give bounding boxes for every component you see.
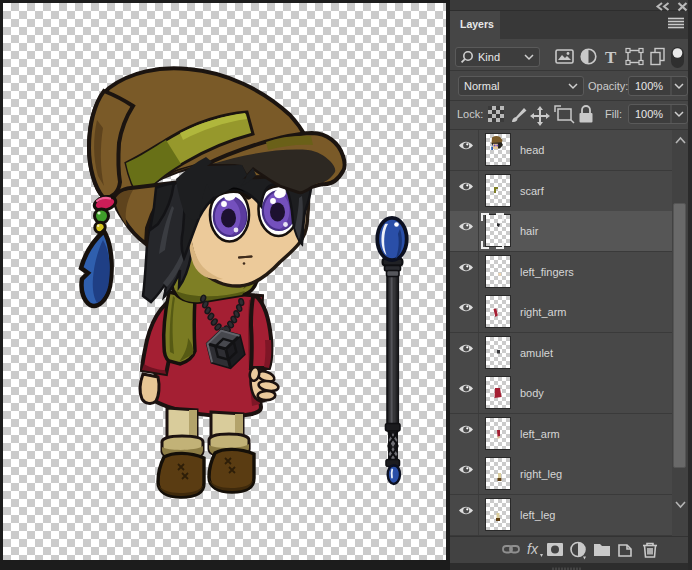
svg-text:Normal: Normal	[464, 80, 499, 92]
svg-text:100%: 100%	[635, 80, 663, 92]
svg-text:fx: fx	[527, 541, 539, 557]
svg-text:T: T	[605, 48, 617, 67]
svg-text:100%: 100%	[635, 108, 663, 120]
svg-text:Kind: Kind	[478, 51, 500, 63]
